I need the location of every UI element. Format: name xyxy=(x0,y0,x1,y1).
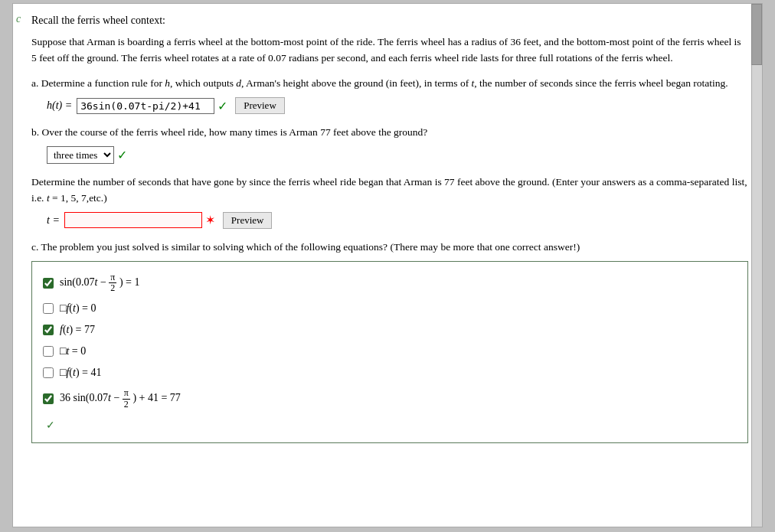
correct-checkmark-c: ✓ xyxy=(46,419,55,431)
part-a-input-row: h(t) = ✓ Preview xyxy=(47,97,748,114)
option-sin-label: sin(0.07t − π2 ) = 1 xyxy=(60,273,139,293)
option-full-eq-row: 36 sin(0.07t − π2 ) + 41 = 77 xyxy=(43,388,734,409)
problem-text: Suppose that Arman is boarding a ferris … xyxy=(31,34,748,67)
part-c-text: The problem you just solved is similar t… xyxy=(41,241,580,253)
preview-button-a[interactable]: Preview xyxy=(235,97,285,114)
option-t0-row: □t = 0 xyxy=(43,345,734,357)
option-ft77-row: f(t) = 77 xyxy=(43,324,734,336)
t-eq-label: t = xyxy=(47,214,60,227)
option-ft41-row: □f(t) = 41 xyxy=(43,367,734,379)
part-a-section: a. Determine a function rule for h, whic… xyxy=(31,76,748,114)
part-a-letter: a. xyxy=(31,77,41,89)
part-b-dropdown-row: three times once twice four times never … xyxy=(47,146,748,164)
part-c-bottom-check: ✓ xyxy=(43,419,734,432)
option-full-eq-checkbox[interactable] xyxy=(43,393,54,404)
option-full-eq-label: 36 sin(0.07t − π2 ) + 41 = 77 xyxy=(60,388,181,409)
incorrect-x-b: ✶ xyxy=(205,213,215,227)
part-b-section: b. Over the course of the ferris wheel r… xyxy=(31,125,748,229)
part-a-text: Determine a function rule for h, which o… xyxy=(41,77,728,89)
part-b-t-input-row: t = ✶ Preview xyxy=(47,212,748,229)
part-c-letter: c. xyxy=(31,241,41,253)
option-sin-row: sin(0.07t − π2 ) = 1 xyxy=(43,273,734,293)
part-c-question: c. The problem you just solved is simila… xyxy=(31,240,748,255)
part-c-section: c. The problem you just solved is simila… xyxy=(31,240,748,443)
correct-checkmark-b-dropdown: ✓ xyxy=(117,148,127,162)
option-t0-checkbox[interactable] xyxy=(43,346,54,357)
h-function-input[interactable] xyxy=(77,98,214,114)
option-ft0-row: □f(t) = 0 xyxy=(43,302,734,315)
option-ft0-label: □f(t) = 0 xyxy=(60,302,96,315)
part-a-label: a. Determine a function rule for h, whic… xyxy=(31,76,748,91)
h-eq-label: h(t) = xyxy=(47,100,72,112)
c-indicator: c xyxy=(16,13,21,25)
section-title: Recall the ferris wheel context: xyxy=(31,15,748,27)
part-b-text: Over the course of the ferris wheel ride… xyxy=(42,126,428,138)
option-sin-checkbox[interactable] xyxy=(43,278,54,289)
correct-checkmark-a: ✓ xyxy=(217,99,227,113)
option-ft77-label: f(t) = 77 xyxy=(60,324,95,336)
scrollbar[interactable] xyxy=(751,4,762,527)
preview-button-b[interactable]: Preview xyxy=(223,212,273,229)
option-ft41-checkbox[interactable] xyxy=(43,367,54,378)
determine-seconds-text: Determine the number of seconds that hav… xyxy=(31,175,748,206)
scrollbar-thumb[interactable] xyxy=(751,4,762,65)
part-c-options-box: sin(0.07t − π2 ) = 1 □f(t) = 0 xyxy=(31,261,748,443)
option-ft77-checkbox[interactable] xyxy=(43,325,54,335)
option-ft41-label: □f(t) = 41 xyxy=(60,367,101,379)
frequency-dropdown[interactable]: three times once twice four times never xyxy=(47,146,114,164)
option-ft0-checkbox[interactable] xyxy=(43,303,54,314)
part-b-question: b. Over the course of the ferris wheel r… xyxy=(31,125,748,140)
option-t0-label: □t = 0 xyxy=(60,345,86,357)
t-value-input[interactable] xyxy=(64,212,202,228)
part-b-letter: b. xyxy=(31,126,42,138)
